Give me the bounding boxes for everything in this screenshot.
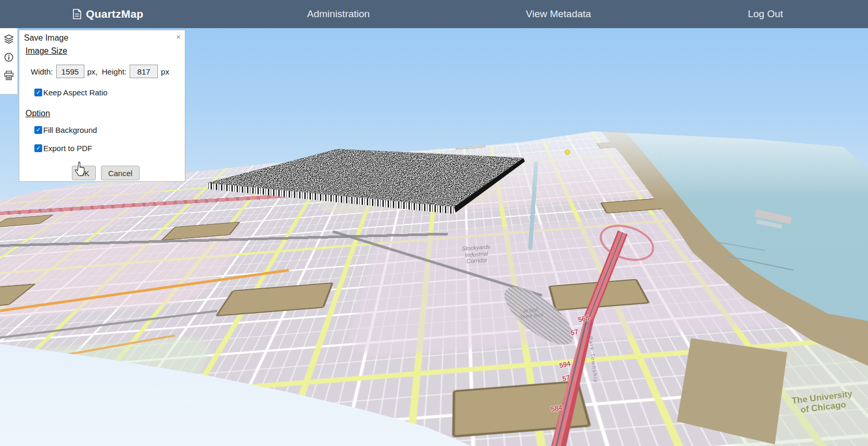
nav-log-out-label: Log Out xyxy=(748,8,783,20)
map-building xyxy=(17,377,200,437)
height-label: Height: xyxy=(102,67,127,76)
height-input[interactable] xyxy=(130,65,158,78)
height-unit: px xyxy=(161,67,169,76)
option-heading: Option xyxy=(26,109,50,118)
app-brand[interactable]: QuartzMap xyxy=(73,0,143,28)
layers-icon[interactable] xyxy=(3,33,15,45)
ok-button[interactable]: OK xyxy=(72,166,96,180)
export-pdf-checkbox[interactable]: ✓ xyxy=(34,144,42,152)
yellow-map-marker[interactable] xyxy=(565,150,570,155)
top-nav: QuartzMap Administration View Metadata L… xyxy=(0,0,868,28)
map-patch xyxy=(0,334,222,446)
fill-background-row: ✓ Fill Background xyxy=(34,126,97,134)
map-building xyxy=(456,143,485,150)
export-pdf-label: Export to PDF xyxy=(43,144,92,153)
keep-aspect-row: ✓ Keep Aspect Ratio xyxy=(34,88,107,97)
nav-administration-label: Administration xyxy=(307,8,370,20)
dialog-title: Save Image xyxy=(24,33,68,43)
fill-background-checkbox[interactable]: ✓ xyxy=(34,126,42,134)
keep-aspect-checkbox[interactable]: ✓ xyxy=(34,89,42,96)
app-brand-label: QuartzMap xyxy=(86,8,143,20)
cancel-button[interactable]: Cancel xyxy=(101,166,140,180)
print-icon[interactable] xyxy=(3,70,15,81)
width-label: Width: xyxy=(31,67,53,76)
nav-log-out[interactable]: Log Out xyxy=(742,0,789,28)
document-icon xyxy=(73,9,81,19)
keep-aspect-label: Keep Aspect Ratio xyxy=(43,88,107,97)
tool-sidebar xyxy=(0,28,18,94)
nav-view-metadata-label: View Metadata xyxy=(526,8,591,20)
info-icon[interactable] xyxy=(3,52,15,63)
close-icon[interactable]: × xyxy=(176,32,181,41)
nav-administration[interactable]: Administration xyxy=(299,0,378,28)
image-size-heading: Image Size xyxy=(26,46,67,56)
fill-background-label: Fill Background xyxy=(43,126,97,134)
nav-view-metadata[interactable]: View Metadata xyxy=(518,0,599,28)
export-pdf-row: ✓ Export to PDF xyxy=(34,144,92,153)
save-image-dialog: Save Image × Image Size Width: px, Heigh… xyxy=(19,30,185,182)
size-row: Width: px, Height: px xyxy=(31,65,169,78)
width-input[interactable] xyxy=(56,65,84,78)
map-building xyxy=(215,282,333,316)
width-unit: px, xyxy=(87,67,98,76)
